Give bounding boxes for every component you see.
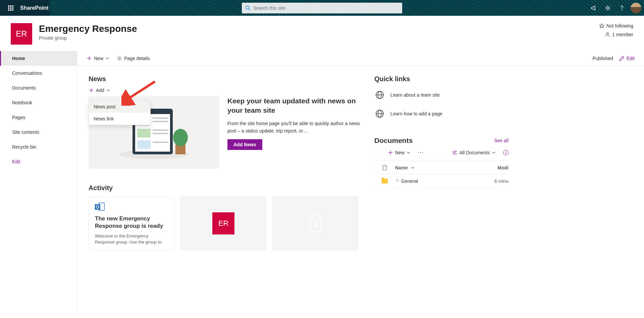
activity-card-2[interactable]: ER [180,197,266,250]
chevron-down-icon [105,56,109,60]
col-modified[interactable]: Modi [490,165,508,170]
gear-icon [605,5,611,11]
outlook-icon [95,202,105,212]
activity-card-1[interactable]: The new Emergency Response group is read… [89,197,174,250]
documents-new-button[interactable]: New [388,150,411,155]
page-details-label: Page details [124,56,150,61]
gear-icon [117,56,122,61]
news-add-button[interactable]: Add [89,86,110,95]
svg-rect-17 [137,129,151,138]
activity-card-1-title: The new Emergency Response group is read… [95,215,168,230]
follow-label: Not following [606,23,633,29]
quicklink-team-site[interactable]: Learn about a team site [374,86,508,104]
svg-point-3 [622,9,622,10]
folder-icon [382,179,388,183]
chevron-down-icon [407,151,411,155]
quicklinks-heading: Quick links [374,75,508,83]
nav-conversations[interactable]: Conversations [0,66,77,81]
nav-home[interactable]: Home [0,51,77,66]
documents-more-button[interactable]: ··· [418,150,424,155]
chevron-down-icon [106,88,110,92]
search-input[interactable] [251,5,399,11]
megaphone-button[interactable] [587,0,600,16]
row-modified: 6 minu [490,178,508,184]
quicklink-add-page[interactable]: Learn how to add a page [374,104,508,123]
nav-pages[interactable]: Pages [0,110,77,125]
suite-bar: SharePoint [0,0,644,16]
settings-button[interactable] [601,0,614,16]
plus-icon [89,88,94,93]
file-type-header-icon [382,165,387,170]
documents-view-selector[interactable]: All Documents [452,150,496,155]
site-header: ER Emergency Response Private group Not … [0,16,644,51]
svg-line-1 [249,9,251,10]
app-launcher-button[interactable] [3,0,19,16]
menu-news-post[interactable]: News post [89,101,150,113]
site-logo[interactable]: ER [11,23,32,45]
documents-info-button[interactable]: i [503,150,508,155]
new-label: New [94,56,103,61]
suite-app-name[interactable]: SharePoint [20,5,48,11]
search-box[interactable] [242,3,402,13]
nav-recycle-bin[interactable]: Recycle bin [0,140,77,154]
documents-view-label: All Documents [460,150,490,155]
nav-edit[interactable]: Edit [0,154,77,169]
globe-icon [374,90,385,100]
quicklink-label: Learn how to add a page [390,111,442,116]
documents-row-general[interactable]: General 6 minu [374,174,508,188]
row-name: General [401,178,418,184]
sync-indicator-icon [395,179,398,183]
edit-label: Edit [627,56,635,61]
svg-point-0 [246,6,249,9]
chevron-down-icon[interactable] [411,166,415,170]
command-bar: New Page details Published Edit [77,51,644,66]
members-label: 1 member [612,32,633,37]
add-news-button[interactable]: Add News [227,139,262,150]
news-description: From the site home page you'll be able t… [227,120,364,135]
col-name[interactable]: Name [395,165,408,170]
site-title[interactable]: Emergency Response [39,23,137,35]
published-status: Published [592,56,613,61]
news-heading: News [89,75,364,83]
activity-card-2-tile: ER [212,212,234,234]
help-button[interactable] [615,0,629,16]
search-icon [245,5,251,11]
plus-icon [87,56,92,61]
new-button[interactable]: New [87,56,109,61]
edit-page-button[interactable]: Edit [619,56,635,61]
follow-button[interactable]: Not following [599,23,633,29]
menu-news-link[interactable]: News link [89,113,150,125]
news-add-label: Add [96,88,104,93]
pencil-icon [619,56,625,61]
documents-see-all[interactable]: See all [494,138,508,143]
file-placeholder-icon [308,214,323,232]
activity-heading: Activity [89,184,364,192]
plus-icon [388,150,393,155]
documents-new-label: New [395,150,405,155]
svg-rect-20 [137,140,151,149]
svg-rect-16 [153,121,168,122]
megaphone-icon [591,5,597,11]
page-details-button[interactable]: Page details [117,56,150,61]
svg-point-2 [607,7,609,9]
news-title: Keep your team updated with news on your… [227,96,364,115]
documents-toolbar: New ··· All Documents i [374,145,508,161]
user-avatar[interactable] [631,3,641,13]
svg-point-4 [606,33,608,35]
activity-card-3[interactable] [272,197,358,250]
chevron-down-icon [492,151,496,155]
activity-card-1-body: Welcome to the Emergency Response group.… [95,233,168,245]
help-icon [619,5,625,11]
svg-rect-15 [153,117,168,119]
nav-documents[interactable]: Documents [0,81,77,95]
waffle-icon [8,5,13,11]
svg-point-23 [173,129,188,146]
svg-line-39 [397,179,398,180]
quicklink-label: Learn about a team site [390,92,440,98]
documents-heading: Documents [374,137,413,145]
globe-icon [374,108,385,119]
members-button[interactable]: 1 member [605,32,633,37]
nav-notebook[interactable]: Notebook [0,95,77,110]
svg-rect-19 [153,133,168,134]
nav-site-contents[interactable]: Site contents [0,125,77,140]
